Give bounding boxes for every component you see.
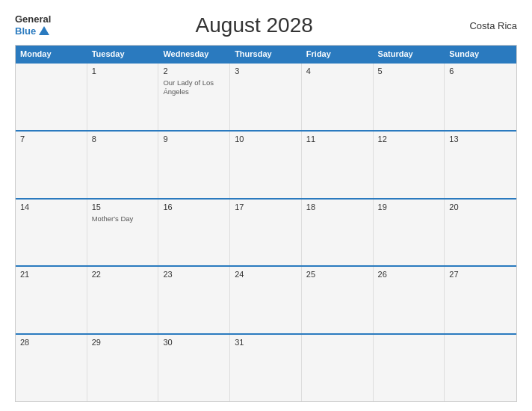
cal-cell: 23 bbox=[158, 267, 230, 333]
page: General Blue August 2028 Costa Rica Mond… bbox=[0, 0, 532, 411]
logo: General Blue bbox=[15, 14, 51, 36]
calendar-title: August 2028 bbox=[51, 13, 457, 37]
cal-cell: 4 bbox=[302, 64, 374, 130]
day-number: 2 bbox=[163, 67, 225, 75]
logo-triangle-icon bbox=[39, 26, 49, 35]
day-number: 28 bbox=[20, 338, 82, 347]
cal-cell: 22 bbox=[87, 267, 159, 333]
day-number: 22 bbox=[92, 270, 154, 279]
cal-cell: 25 bbox=[302, 267, 374, 333]
holiday-label: Our Lady of Los Ángeles bbox=[163, 78, 225, 97]
header: General Blue August 2028 Costa Rica bbox=[15, 13, 517, 37]
cal-cell: 5 bbox=[374, 64, 445, 130]
cal-cell: 21 bbox=[16, 267, 87, 333]
header-day-saturday: Saturday bbox=[374, 46, 445, 62]
day-number: 14 bbox=[20, 203, 82, 211]
cal-cell: 3 bbox=[230, 64, 302, 130]
day-number: 4 bbox=[306, 67, 368, 75]
day-number: 13 bbox=[449, 135, 512, 143]
cal-cell: 12 bbox=[374, 132, 445, 198]
day-number: 5 bbox=[378, 67, 440, 75]
calendar-header: MondayTuesdayWednesdayThursdayFridaySatu… bbox=[16, 46, 516, 62]
day-number: 10 bbox=[235, 135, 297, 143]
day-number: 15 bbox=[92, 203, 154, 211]
logo-blue-area: Blue bbox=[15, 25, 49, 37]
day-number: 21 bbox=[20, 270, 82, 279]
day-number: 18 bbox=[306, 203, 368, 211]
cal-cell: 26 bbox=[374, 267, 445, 333]
header-day-thursday: Thursday bbox=[230, 46, 302, 62]
cal-cell: 18 bbox=[302, 200, 374, 266]
cal-cell: 9 bbox=[158, 132, 230, 198]
week-row-5: 28293031 bbox=[16, 333, 516, 401]
calendar-body: 12Our Lady of Los Ángeles345678910111213… bbox=[16, 62, 516, 401]
cal-cell: 31 bbox=[230, 335, 302, 401]
day-number: 31 bbox=[235, 338, 297, 347]
day-number: 3 bbox=[235, 67, 297, 75]
cal-cell: 6 bbox=[445, 64, 516, 130]
cal-cell: 1 bbox=[87, 64, 159, 130]
cal-cell: 29 bbox=[87, 335, 159, 401]
cal-cell: 30 bbox=[158, 335, 230, 401]
logo-blue-text: Blue bbox=[15, 25, 36, 37]
holiday-label: Mother's Day bbox=[92, 214, 154, 223]
day-number: 17 bbox=[235, 203, 297, 211]
day-number: 27 bbox=[449, 270, 512, 279]
cal-cell: 11 bbox=[302, 132, 374, 198]
cal-cell: 20 bbox=[445, 200, 516, 266]
header-day-wednesday: Wednesday bbox=[158, 46, 230, 62]
day-number: 7 bbox=[20, 135, 82, 143]
cal-cell: 19 bbox=[374, 200, 445, 266]
logo-general-text: General bbox=[15, 14, 51, 25]
day-number: 23 bbox=[163, 270, 225, 279]
header-day-monday: Monday bbox=[16, 46, 87, 62]
day-number: 6 bbox=[449, 67, 512, 75]
cal-cell: 15Mother's Day bbox=[87, 200, 159, 266]
cal-cell: 8 bbox=[87, 132, 159, 198]
day-number: 19 bbox=[378, 203, 440, 211]
week-row-1: 12Our Lady of Los Ángeles3456 bbox=[16, 62, 516, 130]
day-number: 16 bbox=[163, 203, 225, 211]
day-number: 30 bbox=[163, 338, 225, 347]
day-number: 25 bbox=[306, 270, 368, 279]
day-number: 9 bbox=[163, 135, 225, 143]
cal-cell bbox=[16, 64, 87, 130]
cal-cell: 17 bbox=[230, 200, 302, 266]
day-number: 12 bbox=[378, 135, 440, 143]
cal-cell: 28 bbox=[16, 335, 87, 401]
country-label: Costa Rica bbox=[457, 20, 517, 31]
week-row-2: 78910111213 bbox=[16, 130, 516, 198]
day-number: 1 bbox=[92, 67, 154, 75]
day-number: 29 bbox=[92, 338, 154, 347]
cal-cell bbox=[374, 335, 445, 401]
calendar: MondayTuesdayWednesdayThursdayFridaySatu… bbox=[15, 45, 517, 402]
header-day-tuesday: Tuesday bbox=[87, 46, 159, 62]
cal-cell: 24 bbox=[230, 267, 302, 333]
cal-cell: 16 bbox=[158, 200, 230, 266]
day-number: 26 bbox=[378, 270, 440, 279]
cal-cell: 27 bbox=[445, 267, 516, 333]
cal-cell bbox=[445, 335, 516, 401]
day-number: 24 bbox=[235, 270, 297, 279]
header-day-sunday: Sunday bbox=[445, 46, 516, 62]
day-number: 20 bbox=[449, 203, 512, 211]
week-row-3: 1415Mother's Day1617181920 bbox=[16, 198, 516, 266]
day-number: 11 bbox=[306, 135, 368, 143]
cal-cell bbox=[302, 335, 374, 401]
cal-cell: 2Our Lady of Los Ángeles bbox=[158, 64, 230, 130]
cal-cell: 13 bbox=[445, 132, 516, 198]
cal-cell: 7 bbox=[16, 132, 87, 198]
cal-cell: 10 bbox=[230, 132, 302, 198]
cal-cell: 14 bbox=[16, 200, 87, 266]
week-row-4: 21222324252627 bbox=[16, 265, 516, 333]
header-day-friday: Friday bbox=[302, 46, 374, 62]
day-number: 8 bbox=[92, 135, 154, 143]
